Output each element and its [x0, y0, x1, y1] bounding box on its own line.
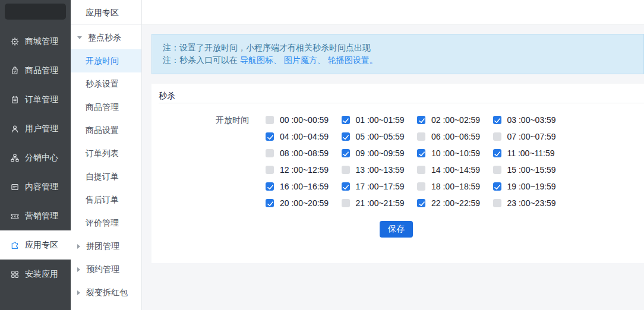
sidebar-item[interactable]: 应用专区 — [0, 230, 71, 260]
notice-line-2-text: 注：秒杀入口可以在 — [163, 55, 240, 65]
main-content: 注：设置了开放时间，小程序端才有相关秒杀时间点出现 注：秒杀入口可以在 导航图标… — [142, 0, 644, 310]
checkbox-checked-icon[interactable] — [266, 182, 274, 191]
time-slot-label: 13 :00~13:59 — [356, 165, 405, 175]
submenu-item[interactable]: 秒杀设置 — [71, 72, 141, 96]
checkbox-checked-icon[interactable] — [417, 149, 425, 157]
sidebar-item[interactable]: 内容管理 — [0, 172, 71, 201]
submenu-group[interactable]: 整点秒杀 — [71, 26, 141, 49]
time-slot-label: 01 :00~01:59 — [356, 115, 405, 125]
time-slot-label: 10 :00~10:59 — [431, 148, 480, 158]
time-slot-label: 05 :00~05:59 — [356, 132, 405, 141]
checkbox-checked-icon[interactable] — [342, 116, 350, 124]
time-slot[interactable]: 09 :00~09:59 — [342, 148, 418, 158]
checkbox-unchecked-icon[interactable] — [493, 132, 501, 141]
checkbox-unchecked-icon[interactable] — [417, 132, 425, 141]
submenu-item-label: 自提订单 — [86, 172, 119, 182]
submenu-item[interactable]: 评价管理 — [71, 211, 141, 235]
time-slot[interactable]: 11 :00~11:59 — [493, 148, 569, 158]
time-slot[interactable]: 12 :00~12:59 — [266, 165, 342, 175]
sidebar-item[interactable]: 商城管理 — [0, 27, 71, 56]
submenu-item[interactable]: 商品管理 — [71, 96, 141, 119]
checkbox-checked-icon[interactable] — [493, 182, 501, 191]
checkbox-unchecked-icon[interactable] — [417, 182, 425, 191]
save-button[interactable]: 保存 — [380, 221, 413, 238]
sidebar-item[interactable]: 用户管理 — [0, 114, 71, 143]
sidebar-item[interactable]: 分销中心 — [0, 143, 71, 172]
sidebar-item[interactable]: 营销管理 — [0, 201, 71, 230]
checkbox-unchecked-icon[interactable] — [266, 166, 274, 174]
checkbox-checked-icon[interactable] — [342, 132, 350, 141]
submenu-item-label: 商品管理 — [86, 102, 119, 113]
sidebar-item[interactable]: 商品管理 — [0, 56, 71, 85]
time-slot[interactable]: 04 :00~04:59 — [266, 132, 342, 141]
submenu-item[interactable]: 售后订单 — [71, 188, 141, 211]
checkbox-unchecked-icon[interactable] — [266, 149, 274, 157]
submenu-group[interactable]: 预约管理 — [71, 258, 141, 281]
ticket-icon — [10, 211, 20, 221]
seckill-panel: 秒杀 开放时间 00 :00~00:59 01 :00~01:59 02 :00… — [151, 84, 644, 263]
time-slot[interactable]: 20 :00~20:59 — [266, 198, 342, 208]
time-slot[interactable]: 05 :00~05:59 — [342, 132, 418, 141]
sidebar-item-label: 安装应用 — [25, 269, 58, 280]
sidebar-nav: 商城管理 商品管理 订单管理 用户管理 分销中心 内容管理 营销管理 应用专区 … — [0, 27, 71, 289]
submenu-group[interactable]: 拼团管理 — [71, 235, 141, 258]
bag-icon — [10, 66, 20, 75]
time-slot[interactable]: 10 :00~10:59 — [417, 148, 493, 158]
submenu-item[interactable]: 订单列表 — [71, 142, 141, 165]
time-slot[interactable]: 15 :00~15:59 — [493, 165, 569, 175]
sidebar-item-label: 订单管理 — [25, 94, 58, 105]
sidebar-item[interactable]: 安装应用 — [0, 260, 71, 289]
checkbox-checked-icon[interactable] — [342, 149, 350, 157]
apps-icon — [10, 270, 20, 279]
checkbox-unchecked-icon[interactable] — [417, 166, 425, 174]
main-header — [142, 0, 644, 25]
time-slot[interactable]: 22 :00~22:59 — [417, 198, 493, 208]
checkbox-checked-icon[interactable] — [493, 116, 501, 124]
time-slot[interactable]: 07 :00~07:59 — [493, 132, 569, 141]
time-slot-grid: 00 :00~00:59 01 :00~01:59 02 :00~02:59 0… — [266, 112, 569, 211]
time-slot[interactable]: 00 :00~00:59 — [266, 115, 342, 125]
panel-divider — [159, 103, 644, 103]
sidebar-item[interactable]: 订单管理 — [0, 85, 71, 114]
chevron-right-icon — [77, 244, 80, 249]
time-slot[interactable]: 01 :00~01:59 — [342, 115, 418, 125]
submenu-item[interactable]: 开放时间 — [71, 49, 141, 72]
checkbox-unchecked-icon[interactable] — [342, 166, 350, 174]
checkbox-checked-icon[interactable] — [266, 132, 274, 141]
time-slot[interactable]: 03 :00~03:59 — [493, 115, 569, 125]
submenu-item[interactable]: 自提订单 — [71, 165, 141, 188]
time-slot[interactable]: 08 :00~08:59 — [266, 148, 342, 158]
notice-line-1: 注：设置了开放时间，小程序端才有相关秒杀时间点出现 — [163, 42, 633, 54]
user-icon — [10, 124, 20, 134]
time-slot[interactable]: 13 :00~13:59 — [342, 165, 418, 175]
submenu-group[interactable]: 裂变拆红包 — [71, 281, 141, 304]
submenu-item-label: 订单列表 — [86, 148, 119, 159]
time-slot[interactable]: 19 :00~19:59 — [493, 182, 569, 191]
time-slot[interactable]: 21 :00~21:59 — [342, 198, 418, 208]
checkbox-checked-icon[interactable] — [342, 182, 350, 191]
time-slot[interactable]: 23 :00~23:59 — [493, 198, 569, 208]
time-slot[interactable]: 14 :00~14:59 — [417, 165, 493, 175]
checkbox-unchecked-icon[interactable] — [493, 199, 501, 207]
time-slot-label: 11 :00~11:59 — [507, 148, 555, 158]
checkbox-checked-icon[interactable] — [417, 116, 425, 124]
checkbox-checked-icon[interactable] — [266, 199, 274, 207]
time-slot[interactable]: 18 :00~18:59 — [417, 182, 493, 191]
time-slot[interactable]: 06 :00~06:59 — [417, 132, 493, 141]
submenu-item-label: 商品设置 — [86, 125, 119, 136]
time-slot[interactable]: 17 :00~17:59 — [342, 182, 418, 191]
sidebar-item-label: 应用专区 — [25, 240, 58, 251]
checkbox-unchecked-icon[interactable] — [493, 166, 501, 174]
checkbox-unchecked-icon[interactable] — [342, 199, 350, 207]
submenu-item[interactable]: 商品设置 — [71, 119, 141, 142]
checkbox-checked-icon[interactable] — [493, 149, 501, 157]
time-slot-label: 15 :00~15:59 — [507, 165, 556, 175]
time-slot[interactable]: 16 :00~16:59 — [266, 182, 342, 191]
checkbox-checked-icon[interactable] — [417, 199, 425, 207]
time-slot-area: 00 :00~00:59 01 :00~01:59 02 :00~02:59 0… — [266, 112, 569, 238]
time-slot-label: 23 :00~23:59 — [507, 198, 556, 208]
time-slot[interactable]: 02 :00~02:59 — [417, 115, 493, 125]
checkbox-unchecked-icon[interactable] — [266, 116, 274, 124]
time-slot-label: 20 :00~20:59 — [280, 198, 329, 208]
notice-links[interactable]: 导航图标、 图片魔方、 轮播图设置。 — [240, 55, 378, 65]
